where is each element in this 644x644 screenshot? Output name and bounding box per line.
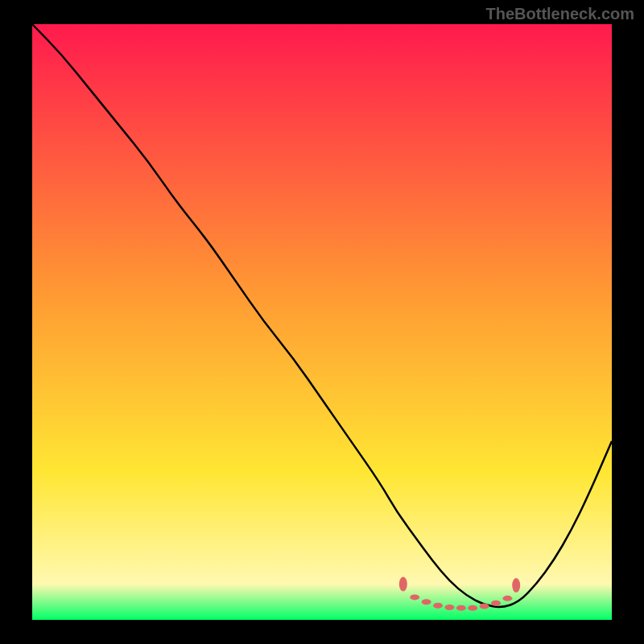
marker-dot <box>444 605 454 610</box>
marker-dot <box>468 605 477 611</box>
marker-dot <box>399 577 407 592</box>
chart-svg <box>0 0 644 644</box>
marker-dot <box>480 603 489 609</box>
plot-background-gradient <box>32 24 612 620</box>
marker-dot <box>491 601 501 606</box>
marker-dot <box>502 596 512 601</box>
marker-dot <box>512 578 520 592</box>
marker-dot <box>410 594 419 600</box>
watermark-text: TheBottleneck.com <box>486 5 634 23</box>
marker-dot <box>422 599 431 605</box>
marker-dot <box>456 605 466 611</box>
marker-dot <box>433 603 443 609</box>
bottleneck-chart <box>0 0 644 644</box>
